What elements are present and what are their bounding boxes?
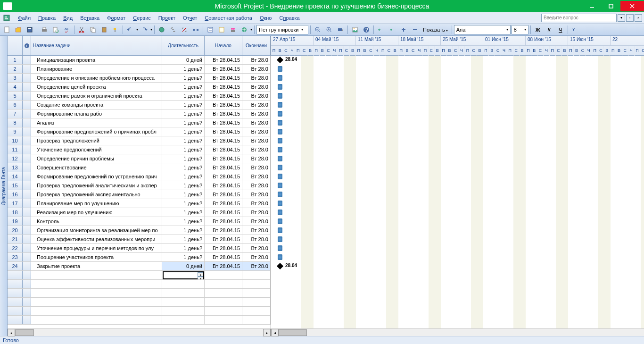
task-row[interactable]: 5Определение рамок и ограничений проекта… <box>8 92 271 101</box>
task-row[interactable]: 3Определение и описание проблемного проц… <box>8 74 271 83</box>
row-info[interactable] <box>23 181 31 190</box>
finish-cell[interactable]: Вт 28.0 <box>242 217 271 226</box>
task-row[interactable]: 6Создание команды проекта1 день?Вт 28.04… <box>8 101 271 109</box>
task-name-cell[interactable]: Поощрение участников проекта <box>31 253 162 261</box>
gantt-body[interactable]: 28.0428.04 <box>271 56 644 328</box>
duration-cell[interactable]: 0 дней <box>162 56 205 64</box>
row-number[interactable]: 6 <box>8 101 23 109</box>
finish-cell[interactable]: Вт 28.0 <box>242 56 271 64</box>
menu-сервис[interactable]: Сервис <box>129 14 155 22</box>
duration-cell[interactable]: 1 день? <box>162 109 205 118</box>
task-row[interactable]: 7Формирование плана работ1 день?Вт 28.04… <box>8 109 271 118</box>
duration-cell[interactable]: 1 день? <box>162 190 205 199</box>
task-bar[interactable] <box>278 210 282 215</box>
finish-cell[interactable]: Вт 28.0 <box>242 208 271 217</box>
task-row[interactable]: 2Планирование1 день?Вт 28.04.15Вт 28.0 <box>8 65 271 74</box>
assign-resources-button[interactable] <box>228 25 238 35</box>
task-row[interactable]: 4Определение целей проекта1 день?Вт 28.0… <box>8 83 271 92</box>
spin-down[interactable]: ▾ <box>198 277 203 280</box>
row-info[interactable] <box>23 163 31 172</box>
duration-cell[interactable]: 1 день? <box>162 101 205 109</box>
task-bar[interactable] <box>278 192 282 197</box>
duration-cell[interactable]: 1 день? <box>162 74 205 82</box>
duration-cell[interactable]: 1 день? <box>162 217 205 226</box>
start-cell[interactable]: Вт 28.04.15 <box>205 190 242 199</box>
print-preview-button[interactable] <box>50 25 61 35</box>
row-number[interactable]: 15 <box>8 181 23 190</box>
task-bar[interactable] <box>278 156 282 161</box>
task-name-cell[interactable]: Создание команды проекта <box>31 101 162 109</box>
menu-окно[interactable]: Окно <box>256 14 276 22</box>
row-number[interactable]: 2 <box>8 65 23 73</box>
empty-row[interactable] <box>8 298 271 307</box>
duration-cell[interactable]: 1 день? <box>162 235 205 243</box>
menu-вставка[interactable]: Вставка <box>76 14 103 22</box>
task-bar[interactable] <box>278 236 282 242</box>
show-outline-button[interactable]: Показать▾ <box>421 27 450 33</box>
row-info[interactable] <box>23 74 31 82</box>
empty-row[interactable]: ▴▾ <box>8 271 271 280</box>
start-cell[interactable]: Вт 28.04.15 <box>205 226 242 235</box>
task-row[interactable]: 10Проверка предположений1 день?Вт 28.04.… <box>8 136 271 145</box>
menu-вид[interactable]: Вид <box>59 14 76 22</box>
duration-cell[interactable]: 1 день? <box>162 172 205 181</box>
restore-window-button[interactable]: ▫ <box>626 14 634 22</box>
task-name-cell[interactable]: Контроль <box>31 217 162 226</box>
scroll-right-button[interactable]: ▸ <box>263 329 271 336</box>
row-info[interactable] <box>23 190 31 199</box>
duration-cell[interactable]: 1 день? <box>162 145 205 154</box>
finish-cell[interactable]: Вт 28.0 <box>242 163 271 172</box>
task-name-cell[interactable]: Планирование мер по улучшению <box>31 199 162 208</box>
copy-button[interactable] <box>88 25 98 35</box>
row-info[interactable] <box>23 217 31 226</box>
task-info-button[interactable] <box>205 25 215 35</box>
hide-subtasks-button[interactable] <box>410 25 420 35</box>
task-name-cell[interactable]: Проверка предложений аналитическими и эк… <box>31 181 162 190</box>
start-cell[interactable]: Вт 28.04.15 <box>205 92 242 100</box>
duration-cell[interactable]: 1 день? <box>162 199 205 208</box>
grid-body[interactable]: 1Инициализация проекта0 днейВт 28.04.15В… <box>8 56 271 328</box>
task-row[interactable]: 11Уточнение предположений1 день?Вт 28.04… <box>8 145 271 154</box>
outdent-button[interactable] <box>376 25 386 35</box>
task-row[interactable]: 17Планирование мер по улучшению1 день?Вт… <box>8 199 271 208</box>
finish-cell[interactable]: Вт 28.0 <box>242 190 271 199</box>
close-button[interactable] <box>620 1 644 11</box>
insert-hyperlink-button[interactable] <box>157 25 167 35</box>
row-header-corner[interactable] <box>8 36 23 55</box>
goto-task-button[interactable] <box>335 25 346 35</box>
undo-button[interactable] <box>125 25 135 35</box>
publish-button[interactable] <box>239 25 249 35</box>
start-cell[interactable]: Вт 28.04.15 <box>205 127 242 136</box>
task-name-cell[interactable]: Закрытие проекта <box>31 262 162 270</box>
finish-cell[interactable]: Вт 28.0 <box>242 65 271 73</box>
task-bar[interactable] <box>278 227 282 233</box>
task-bar[interactable] <box>278 174 282 179</box>
task-name-cell[interactable]: Формирование предложений по устранению п… <box>31 172 162 181</box>
menu-правка[interactable]: Правка <box>34 14 59 22</box>
spelling-button[interactable]: ᴬᴮ <box>62 25 72 35</box>
start-cell[interactable]: Вт 28.04.15 <box>205 163 242 172</box>
task-bar[interactable] <box>278 201 282 206</box>
row-info[interactable] <box>23 235 31 243</box>
duration-cell[interactable]: 1 день? <box>162 65 205 73</box>
help-dropdown-button[interactable]: ▾ <box>618 14 625 22</box>
row-number[interactable]: 7 <box>8 109 23 118</box>
scroll-left-button[interactable]: ◂ <box>8 329 15 336</box>
task-bar[interactable] <box>278 147 282 152</box>
task-bar[interactable] <box>278 84 282 90</box>
task-row[interactable]: 20Организация мониторинга за реализацией… <box>8 226 271 235</box>
print-button[interactable] <box>39 25 50 35</box>
empty-row[interactable] <box>8 289 271 298</box>
finish-cell[interactable]: Вт 28.0 <box>242 127 271 136</box>
duration-cell[interactable]: 1 день? <box>162 244 205 252</box>
row-info[interactable] <box>23 83 31 91</box>
task-name-cell[interactable]: Уточнение процедуры и перечня методов по… <box>31 244 162 252</box>
start-cell[interactable]: Вт 28.04.15 <box>205 172 242 181</box>
finish-cell[interactable]: Вт 28.0 <box>242 83 271 91</box>
menu-файл[interactable]: Файл <box>14 14 34 22</box>
task-bar[interactable] <box>278 93 282 99</box>
finish-cell[interactable]: Вт 28.0 <box>242 101 271 109</box>
task-row[interactable]: 1Инициализация проекта0 днейВт 28.04.15В… <box>8 56 271 65</box>
start-cell[interactable]: Вт 28.04.15 <box>205 118 242 127</box>
task-bar[interactable] <box>278 102 282 108</box>
